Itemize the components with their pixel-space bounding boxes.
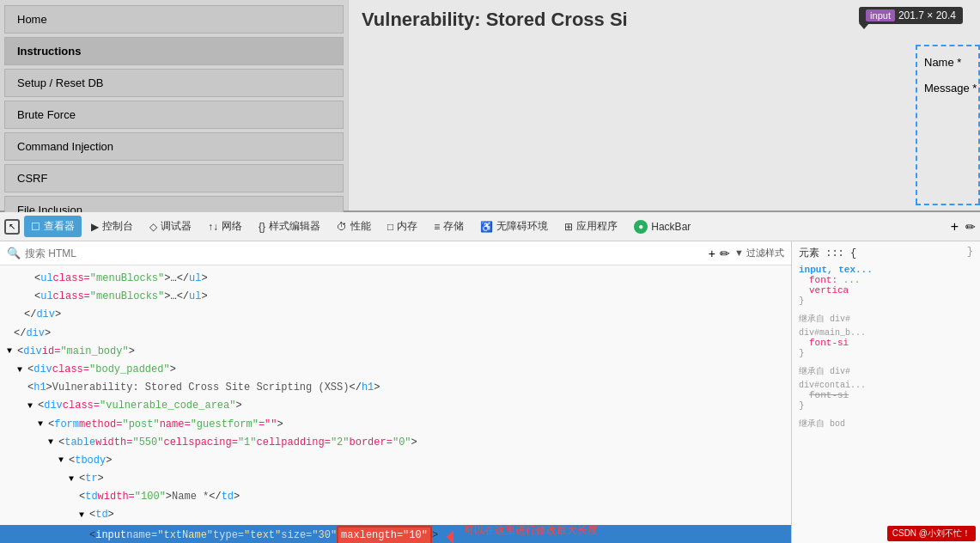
- devtools-body: 🔍 + ✏ ▼ 过滤样式 <ul class="menuBlocks">… </…: [0, 241, 980, 543]
- accessibility-label: 无障碍环境: [496, 219, 548, 234]
- tab-storage[interactable]: ≡ 存储: [427, 216, 471, 237]
- tab-application[interactable]: ⊞ 应用程序: [557, 216, 624, 237]
- html-selected-line-container: <input name="txtName" type="text" size="…: [0, 525, 791, 543]
- html-line-14: ▼<td>: [0, 506, 791, 524]
- highlight-maxlength: maxlength="10": [337, 526, 432, 543]
- devtools-actions: + ✏: [951, 219, 976, 235]
- dashed-indicator-left: [916, 45, 917, 204]
- performance-label: 性能: [350, 219, 371, 234]
- devtools-panel: ↖ ☐ 查看器 ▶ 控制台 ◇ 调试器 ↑↓ 网络 {} 样式编辑器 ⏱ 性能 …: [0, 210, 980, 543]
- styles-prop-font: font: ...: [799, 275, 973, 285]
- tab-hackbar[interactable]: ● HackBar: [627, 217, 697, 237]
- debugger-label: 调试器: [161, 219, 192, 234]
- tab-inspector[interactable]: ☐ 查看器: [24, 216, 82, 237]
- style-editor-icon: {}: [259, 221, 265, 233]
- html-line-7: <h1>Vulnerability: Stored Cross Site Scr…: [0, 379, 791, 397]
- tab-console[interactable]: ▶ 控制台: [84, 216, 140, 237]
- memory-label: 内存: [397, 219, 417, 234]
- html-line-4: </div>: [0, 325, 791, 343]
- filter-label: ▼ 过滤样式: [734, 247, 784, 259]
- guestbook-form: Name * Message * Sign Guestbook Clear Gu…: [924, 52, 980, 158]
- html-line-8: ▼<div class="vulnerable_code_area">: [0, 397, 791, 415]
- dashed-indicator-top: [916, 45, 980, 46]
- page-content: input 201.7 × 20.4 Vulnerability: Stored…: [348, 0, 980, 210]
- styles-source-inherited-2: div#contai...: [799, 381, 973, 390]
- storage-label: 存储: [443, 219, 464, 234]
- tab-performance[interactable]: ⏱ 性能: [330, 216, 378, 237]
- inherited-label-3: 继承自 bod: [799, 418, 973, 430]
- dashed-indicator-bottom: [916, 204, 980, 205]
- form-name-row: Name *: [924, 52, 980, 69]
- styles-selector-1: input, tex...: [799, 265, 973, 275]
- html-line-12: ▼<tr>: [0, 470, 791, 488]
- application-icon: ⊞: [564, 221, 573, 233]
- inherited-label-2: 继承自 div#: [799, 365, 973, 377]
- html-selected-line[interactable]: <input name="txtName" type="text" size="…: [0, 525, 791, 543]
- html-search-bar: 🔍 + ✏ ▼ 过滤样式: [0, 241, 791, 265]
- styles-source-inherited-1: div#main_b...: [799, 328, 973, 338]
- nav-instructions[interactable]: Instructions: [4, 37, 344, 65]
- hackbar-label: HackBar: [651, 221, 691, 233]
- html-search-input[interactable]: [25, 247, 704, 259]
- html-line-5: ▼<div id="main_body">: [0, 343, 791, 361]
- add-element-icon[interactable]: +: [709, 247, 715, 260]
- tab-accessibility[interactable]: ♿ 无障碍环境: [473, 216, 555, 237]
- nav-command-injection[interactable]: Command Injection: [4, 132, 344, 161]
- nav-csrf[interactable]: CSRF: [4, 164, 344, 192]
- inherited-label-1: 继承自 div#: [799, 313, 973, 325]
- form-message-row: Message *: [924, 77, 980, 129]
- style-editor-label: 样式编辑器: [269, 219, 320, 234]
- page-title: Vulnerability: Stored Cross Si: [362, 9, 967, 31]
- performance-icon: ⏱: [337, 221, 347, 233]
- nav-home[interactable]: Home: [4, 5, 344, 34]
- styles-rule-1: input, tex... font: ... vertica }: [799, 265, 973, 306]
- styles-panel: 元素 ::: { } input, tex... font: ... verti…: [791, 241, 980, 543]
- name-label: Name *: [924, 52, 980, 69]
- accessibility-icon: ♿: [480, 221, 493, 233]
- debugger-icon: ◇: [149, 221, 157, 233]
- styles-header: 元素 ::: { }: [799, 246, 973, 260]
- message-label: Message *: [924, 77, 980, 95]
- nav-brute-force[interactable]: Brute Force: [4, 101, 344, 129]
- element-label: 元素 ::: {: [799, 246, 856, 260]
- pick-icon[interactable]: ✏: [720, 247, 730, 260]
- network-icon: ↑↓: [208, 221, 218, 233]
- tab-memory[interactable]: □ 内存: [380, 216, 424, 237]
- search-actions: + ✏ ▼ 过滤样式: [709, 247, 784, 260]
- styles-rule-inherited-2: div#contai... font-si }: [799, 381, 973, 411]
- html-line-10: ▼<table width="550" cellspacing="1" cell…: [0, 434, 791, 452]
- storage-icon: ≡: [434, 221, 440, 233]
- html-content-panel: 🔍 + ✏ ▼ 过滤样式 <ul class="menuBlocks">… </…: [0, 241, 791, 543]
- html-line-13: <td width="100">Name *</td>: [0, 488, 791, 506]
- hackbar-icon: ●: [634, 220, 648, 234]
- html-line-6: ▼<div class="body_padded">: [0, 361, 791, 379]
- console-label: 控制台: [102, 219, 133, 234]
- styles-prop-inherited-1: font-si: [799, 338, 973, 348]
- form-buttons: Sign Guestbook Clear Guestbook: [924, 137, 980, 158]
- html-line-3: </div>: [0, 306, 791, 324]
- tab-debugger[interactable]: ◇ 调试器: [143, 216, 198, 237]
- styles-rule-inherited-1: div#main_b... font-si }: [799, 328, 973, 358]
- tab-network[interactable]: ↑↓ 网络: [201, 216, 249, 237]
- add-icon[interactable]: +: [951, 219, 959, 235]
- devtools-pick-element[interactable]: ↖: [4, 219, 20, 235]
- html-line-9: ▼<form method="post" name="guestform" ="…: [0, 416, 791, 434]
- nav-setup[interactable]: Setup / Reset DB: [4, 69, 344, 97]
- network-label: 网络: [222, 219, 242, 234]
- html-line-2: <ul class="menuBlocks">… </ul>: [0, 288, 791, 306]
- devtools-toolbar: ↖ ☐ 查看器 ▶ 控制台 ◇ 调试器 ↑↓ 网络 {} 样式编辑器 ⏱ 性能 …: [0, 212, 980, 241]
- styles-prop-inherited-2: font-si: [799, 390, 973, 400]
- html-line-11: ▼<tbody>: [0, 452, 791, 470]
- console-icon: ▶: [91, 221, 99, 233]
- application-label: 应用程序: [576, 219, 618, 234]
- styles-close-inherited-2: }: [799, 400, 973, 411]
- inspector-icon: ☐: [31, 221, 40, 233]
- tab-style-editor[interactable]: {} 样式编辑器: [252, 216, 327, 237]
- left-navigation: Home Instructions Setup / Reset DB Brute…: [0, 0, 348, 210]
- csdn-watermark: CSDN @小刘不忙！: [887, 526, 976, 541]
- styles-close-inherited-1: }: [799, 348, 973, 358]
- inspector-label: 查看器: [44, 219, 75, 234]
- styles-close-1: }: [799, 296, 973, 306]
- settings-icon[interactable]: ✏: [965, 220, 976, 234]
- search-icon: 🔍: [7, 247, 21, 259]
